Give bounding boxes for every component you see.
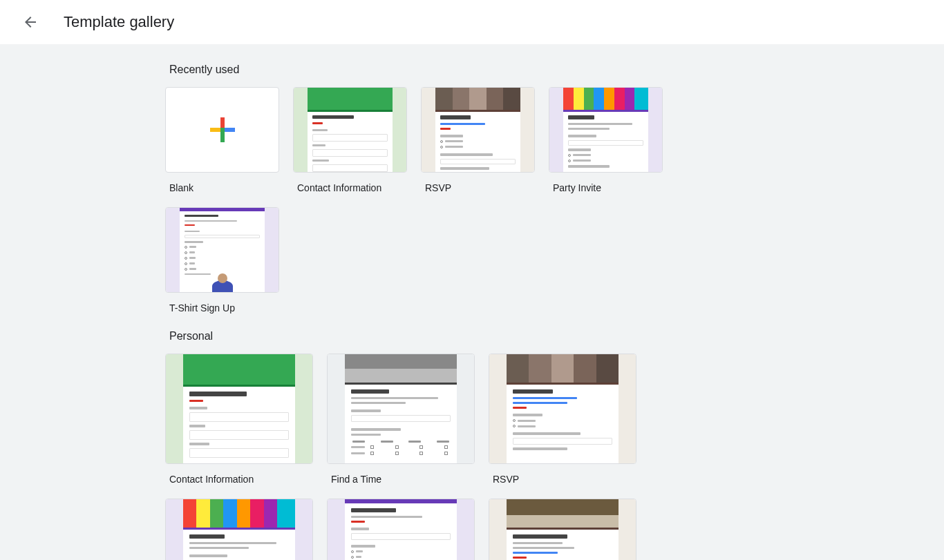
- template-thumbnail: [165, 207, 279, 293]
- header: Template gallery: [0, 0, 944, 44]
- plus-icon: [204, 111, 241, 148]
- template-card-tshirt-signup[interactable]: T-Shirt Sign Up: [327, 499, 475, 560]
- content-area: Recently used Blank: [0, 44, 944, 560]
- template-thumbnail: [489, 499, 636, 560]
- template-thumbnail: [549, 87, 663, 173]
- template-row: Contact Information: [165, 354, 779, 560]
- page-title: Template gallery: [64, 13, 174, 31]
- template-card-contact-information[interactable]: Contact Information: [293, 87, 407, 193]
- template-label: Party Invite: [553, 182, 663, 193]
- template-card-blank[interactable]: Blank: [165, 87, 279, 193]
- section-heading: Personal: [169, 330, 779, 342]
- template-thumbnail: [327, 354, 475, 464]
- back-button[interactable]: [17, 8, 44, 36]
- template-label: Contact Information: [169, 474, 313, 485]
- preview-title: [312, 115, 354, 119]
- template-label: Contact Information: [297, 182, 407, 193]
- template-card-contact-information[interactable]: Contact Information: [165, 354, 313, 485]
- preview-required: [312, 122, 323, 124]
- template-label: RSVP: [425, 182, 535, 193]
- section-heading: Recently used: [169, 64, 779, 76]
- template-label: Find a Time: [331, 474, 475, 485]
- template-thumbnail: [293, 87, 407, 173]
- template-card-event-registration[interactable]: Event Registration: [489, 499, 636, 560]
- template-thumbnail: [421, 87, 535, 173]
- template-label: RSVP: [493, 474, 636, 485]
- template-card-tshirt-signup[interactable]: T-Shirt Sign Up: [165, 207, 279, 313]
- template-thumbnail: [165, 499, 313, 560]
- section-recently-used: Recently used Blank: [154, 64, 790, 313]
- template-thumbnail: [165, 87, 279, 173]
- template-thumbnail: [327, 499, 475, 560]
- template-thumbnail: [489, 354, 636, 464]
- section-personal: Personal Contact I: [154, 330, 790, 560]
- template-label: Blank: [169, 182, 279, 193]
- template-card-rsvp[interactable]: RSVP: [489, 354, 636, 485]
- template-card-rsvp[interactable]: RSVP: [421, 87, 535, 193]
- template-card-party-invite[interactable]: Party Invite: [165, 499, 313, 560]
- template-card-find-a-time[interactable]: Find a Time: [327, 354, 475, 485]
- arrow-left-icon: [22, 14, 39, 30]
- template-row: Blank Contact In: [165, 87, 779, 313]
- template-label: T-Shirt Sign Up: [169, 302, 279, 313]
- template-card-party-invite[interactable]: Party Invite: [549, 87, 663, 193]
- template-thumbnail: [165, 354, 313, 464]
